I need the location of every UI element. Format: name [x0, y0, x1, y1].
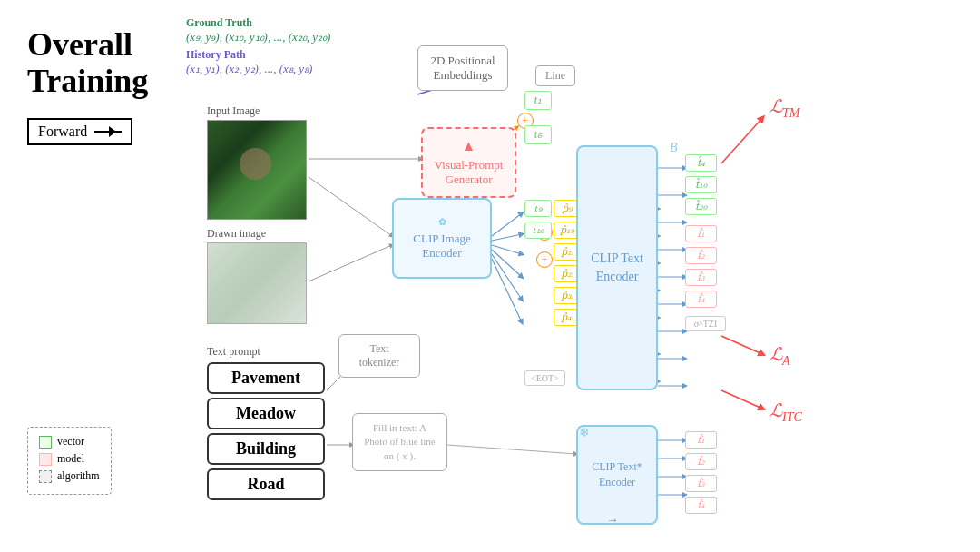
- input-image-placeholder: [207, 120, 307, 220]
- clip-text-encoder: CLIP Text Encoder: [576, 145, 658, 390]
- line-label: Line: [545, 69, 565, 82]
- line-box: Line: [535, 65, 575, 86]
- svg-line-13: [492, 259, 522, 322]
- pos-embed-label: 2D Positional Embeddings: [430, 54, 495, 82]
- pos-embed-box: 2D Positional Embeddings: [417, 45, 508, 91]
- b-label: B: [670, 141, 678, 155]
- main-container: Overall Training Forward Ground Truth (x…: [0, 0, 980, 552]
- prompt-road: Road: [207, 468, 325, 500]
- t19-token: t₁₉: [524, 222, 552, 239]
- input-image-label: Input Image: [207, 104, 307, 118]
- legend-vector-label: vector: [57, 435, 84, 448]
- f2-out: f̂₂: [685, 453, 717, 470]
- bottom-arrow: →: [606, 513, 619, 527]
- out-sigma: σ^TZI: [685, 316, 726, 331]
- svg-line-32: [721, 390, 762, 409]
- t1-token: t₁: [524, 91, 552, 110]
- forward-box: Forward: [27, 118, 132, 145]
- out-f3: f̂₃: [685, 269, 717, 286]
- clip-plus-output: f̂₁ f̂₂ f̂₃ f̂₄: [685, 431, 717, 517]
- legend-vector-swatch: [39, 436, 52, 448]
- loss-itc: ℒITC: [769, 399, 802, 425]
- eot-token-container: <EOT>: [524, 370, 565, 389]
- text-token-label: Text tokenizer: [359, 342, 400, 369]
- svg-line-30: [721, 118, 762, 163]
- out-f1: f̂₁: [685, 225, 717, 242]
- f1-out: f̂₁: [685, 431, 717, 448]
- forward-arrow: [94, 125, 122, 138]
- f3-out: f̂₃: [685, 475, 717, 492]
- svg-line-31: [721, 336, 762, 354]
- legend-algorithm: algorithm: [39, 469, 100, 483]
- t-tokens: t₁ t₆: [524, 91, 552, 147]
- t-mid-tokens: t₉ t₁₉: [524, 200, 552, 242]
- loss-tm: ℒTM: [769, 95, 799, 121]
- svg-line-8: [492, 213, 522, 236]
- drawn-image-placeholder: [207, 242, 307, 324]
- vpg-box: ▲ Visual-Prompt Generator: [421, 127, 516, 198]
- f4-out: f̂₄: [685, 497, 717, 514]
- prompt-building: Building: [207, 433, 325, 465]
- legend-model-swatch: [39, 453, 52, 466]
- fill-text-box: Fill in text: A Photo of blue line on ( …: [352, 413, 447, 471]
- clip-image-label: CLIP Image Encoder: [413, 232, 470, 260]
- ground-truth-label: Ground Truth: [186, 16, 330, 30]
- prompt-pavement: Pavement: [207, 362, 325, 394]
- t6-token: t₆: [524, 125, 552, 144]
- fill-text-label: Fill in text: A Photo of blue line on ( …: [364, 422, 436, 461]
- out-t20: t̂₂₀: [685, 198, 717, 215]
- input-image-section: Input Image Drawn image: [207, 104, 307, 324]
- history-coords: (x₁, y₁), (x₂, y₂), ..., (x₈, y₈): [186, 62, 330, 76]
- text-prompt-section: Text prompt Pavement Meadow Building Roa…: [207, 345, 325, 504]
- ground-truth-coords: (x₉, y₉), (x₁₀, y₁₀), ..., (x₂₀, y₂₀): [186, 30, 330, 44]
- history-label: History Path: [186, 48, 330, 62]
- t9-token: t₉: [524, 200, 552, 217]
- legend: vector model algorithm: [27, 427, 112, 495]
- clip-image-encoder: ✿ CLIP Image Encoder: [392, 198, 492, 279]
- svg-line-9: [492, 234, 522, 241]
- snowflake-icon: ❄: [579, 425, 590, 440]
- plus-circle-mid2: +: [536, 251, 553, 268]
- text-tokenizer: Text tokenizer: [338, 334, 420, 378]
- legend-vector: vector: [39, 435, 100, 448]
- drawn-image-label: Drawn image: [207, 227, 307, 241]
- plus-icon-mid2: +: [536, 251, 553, 268]
- out-t10: t̂₁₀: [685, 176, 717, 193]
- clip-text-label: CLIP Text Encoder: [578, 250, 656, 285]
- coords-section: Ground Truth (x₉, y₉), (x₁₀, y₁₀), ..., …: [186, 16, 330, 76]
- title-overall: Overall: [27, 27, 148, 64]
- image-circle: [240, 148, 271, 180]
- eot-token: <EOT>: [524, 370, 565, 386]
- out-f4: f̂₄: [685, 291, 717, 308]
- legend-model: model: [39, 452, 100, 466]
- text-prompt-label: Text prompt: [207, 345, 325, 359]
- right-output-tokens: t̂₄ t̂₁₀ t̂₂₀ f̂₁ f̂₂ f̂₃ f̂₄ σ^TZI: [685, 154, 726, 334]
- vpg-icon: ▲: [434, 138, 504, 154]
- vpg-label: Visual-Prompt Generator: [435, 158, 504, 186]
- out-f2: f̂₂: [685, 247, 717, 264]
- title-training: Training: [27, 64, 148, 100]
- prompt-meadow: Meadow: [207, 398, 325, 429]
- svg-line-33: [447, 445, 576, 454]
- clip-text-plus-label: CLIP Text* Encoder: [578, 459, 656, 490]
- legend-model-label: model: [57, 452, 84, 466]
- title-section: Overall Training: [27, 27, 148, 99]
- forward-label: Forward: [38, 123, 87, 140]
- loss-a: ℒA: [769, 343, 790, 369]
- out-t4: t̂₄: [685, 154, 717, 172]
- svg-line-11: [492, 250, 522, 277]
- svg-line-12: [492, 254, 522, 300]
- clip-img-icon: ✿: [407, 216, 477, 228]
- legend-algorithm-label: algorithm: [57, 469, 100, 483]
- svg-line-10: [492, 245, 522, 254]
- legend-algorithm-swatch: [39, 470, 52, 483]
- svg-line-3: [309, 177, 392, 236]
- svg-line-4: [309, 245, 392, 281]
